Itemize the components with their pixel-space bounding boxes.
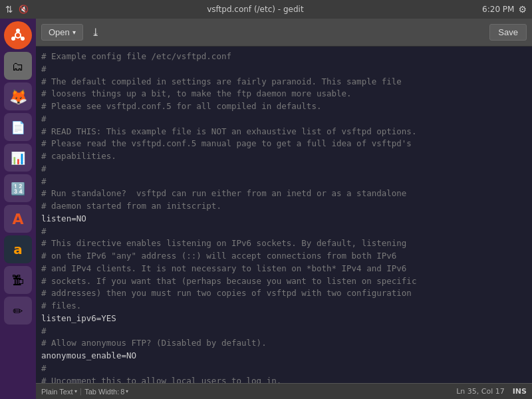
line-27: # Uncomment this to allow local users to…	[41, 376, 281, 384]
titlebar-controls: 6:20 PM ⚙	[482, 4, 527, 15]
sidebar-item-spreadsheet[interactable]: 📊	[4, 144, 32, 172]
editor-area[interactable]: # Example config file /etc/vsftpd.conf #…	[36, 47, 532, 383]
clock: 6:20 PM	[482, 5, 514, 14]
file-type-chevron: ▾	[74, 388, 77, 394]
settings-icon[interactable]: ⚙	[518, 4, 527, 15]
gedit-window: Open ▾ ⤓ Save # Example config file /etc…	[36, 19, 532, 399]
line-8: # Please read the vsftpd.conf.5 manual p…	[41, 138, 412, 148]
line-13: # daemon started from an initscript.	[41, 201, 221, 211]
sidebar-item-ubuntu[interactable]	[4, 21, 32, 49]
line-16: # This directive enables listening on IP…	[41, 238, 406, 248]
line-21: # files.	[41, 301, 81, 311]
save-file-icon-button[interactable]: ⤓	[88, 25, 102, 40]
toolbar: Open ▾ ⤓ Save	[36, 19, 532, 47]
app-container: 🗂 🦊 📄 📊 🔢 A a 🗜 ✏️ Open ▾ ⤓	[0, 19, 532, 399]
sidebar-item-firefox[interactable]: 🦊	[4, 82, 32, 110]
sort-icon: ⇅	[5, 4, 13, 15]
file-type-dropdown[interactable]: Plain Text ▾	[41, 388, 77, 396]
line-14: listen=NO	[41, 213, 86, 223]
line-23: #	[41, 326, 47, 336]
sidebar-item-font-viewer[interactable]: A	[4, 205, 32, 233]
line-11: #	[41, 176, 47, 186]
statusbar: Plain Text ▾ | Tab Width: 8 ▾ Ln 35, Col…	[36, 383, 532, 399]
line-7: # READ THIS: This example file is NOT an…	[41, 126, 416, 136]
line-1: # Example config file /etc/vsftpd.conf	[41, 51, 231, 61]
cursor-position: Ln 35, Col 17	[456, 387, 505, 396]
statusbar-left: Plain Text ▾ | Tab Width: 8 ▾	[41, 387, 128, 396]
line-2: #	[41, 64, 47, 74]
line-20: # addresses) then you must run two copie…	[41, 288, 412, 298]
sidebar-item-amazon[interactable]: a	[4, 235, 32, 263]
line-6: #	[41, 114, 47, 124]
sidebar-item-document-viewer[interactable]: 📄	[4, 113, 32, 141]
line-3: # The default compiled in settings are f…	[41, 76, 402, 86]
line-15: #	[41, 226, 47, 236]
line-19: # sockets. If you want that (perhaps bec…	[41, 276, 416, 286]
tab-width-dropdown[interactable]: Tab Width: 8 ▾	[84, 388, 128, 396]
line-5: # Please see vsftpd.conf.5 for all compi…	[41, 101, 321, 111]
mute-icon: 🔇	[19, 5, 29, 14]
sidebar-item-text-editor[interactable]: ✏️	[4, 297, 32, 325]
line-10: #	[41, 164, 47, 174]
window-title: vsftpd.conf (/etc) - gedit	[29, 5, 482, 14]
open-label: Open	[49, 27, 70, 37]
sidebar-item-files[interactable]: 🗂	[4, 52, 32, 80]
statusbar-right: Ln 35, Col 17 INS	[456, 387, 527, 396]
line-4: # loosens things up a bit, to make the f…	[41, 88, 352, 98]
save-button[interactable]: Save	[489, 24, 527, 41]
titlebar-left: ⇅ 🔇	[5, 4, 29, 15]
line-24: # Allow anonymous FTP? (Disabled by defa…	[41, 338, 267, 348]
tab-width-value: 8	[120, 388, 124, 396]
line-25: anonymous_enable=NO	[41, 350, 136, 360]
line-12: # Run standalone? vsftpd can run either …	[41, 188, 406, 198]
ins-mode-badge: INS	[513, 387, 527, 396]
line-26: #	[41, 363, 47, 373]
sidebar: 🗂 🦊 📄 📊 🔢 A a 🗜 ✏️	[0, 19, 36, 399]
line-9: # capabilities.	[41, 151, 116, 161]
open-dropdown-arrow: ▾	[72, 29, 76, 36]
editor-content[interactable]: # Example config file /etc/vsftpd.conf #…	[36, 47, 532, 383]
sidebar-item-calc[interactable]: 🔢	[4, 174, 32, 202]
line-18: # and IPv4 clients. It is not necessary …	[41, 263, 406, 273]
titlebar: ⇅ 🔇 vsftpd.conf (/etc) - gedit 6:20 PM ⚙	[0, 0, 532, 19]
open-button[interactable]: Open ▾	[41, 24, 83, 41]
statusbar-divider-1: |	[80, 387, 82, 396]
sidebar-item-archive-manager[interactable]: 🗜	[4, 266, 32, 294]
line-22: listen_ipv6=YES	[41, 313, 116, 323]
tab-width-chevron: ▾	[126, 388, 128, 394]
line-17: # on the IPv6 "any" address (::) will ac…	[41, 251, 396, 261]
file-type-label: Plain Text	[41, 388, 73, 396]
tab-width-label: Tab Width:	[84, 388, 119, 396]
